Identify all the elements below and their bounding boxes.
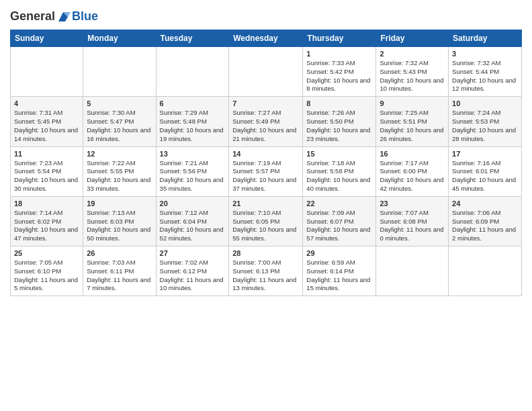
day-number: 24 [452, 199, 518, 208]
calendar-cell: 13Sunrise: 7:21 AM Sunset: 5:56 PM Dayli… [156, 146, 229, 196]
day-number: 8 [306, 99, 372, 107]
calendar-cell [83, 47, 156, 97]
day-content: Sunrise: 7:10 AM Sunset: 6:05 PM Dayligh… [232, 209, 299, 243]
day-content: Sunrise: 7:32 AM Sunset: 5:44 PM Dayligh… [452, 59, 518, 93]
page: General Blue SundayMondayTuesdayWednesda… [0, 0, 532, 411]
calendar-cell: 14Sunrise: 7:19 AM Sunset: 5:57 PM Dayli… [229, 146, 303, 196]
calendar-week-row: 18Sunrise: 7:14 AM Sunset: 6:02 PM Dayli… [11, 196, 522, 246]
calendar-week-row: 25Sunrise: 7:05 AM Sunset: 6:10 PM Dayli… [11, 246, 522, 296]
calendar-cell: 28Sunrise: 7:00 AM Sunset: 6:13 PM Dayli… [229, 246, 303, 296]
day-number: 4 [14, 99, 79, 107]
day-number: 19 [87, 199, 152, 208]
calendar-cell: 24Sunrise: 7:06 AM Sunset: 6:09 PM Dayli… [449, 196, 522, 246]
day-content: Sunrise: 7:12 AM Sunset: 6:04 PM Dayligh… [160, 209, 226, 243]
day-number: 29 [306, 249, 372, 257]
day-number: 26 [87, 249, 152, 257]
weekday-header-sunday: Sunday [11, 30, 83, 47]
day-content: Sunrise: 7:26 AM Sunset: 5:50 PM Dayligh… [306, 109, 372, 143]
weekday-header-monday: Monday [83, 30, 156, 47]
day-number: 12 [87, 150, 152, 158]
day-number: 10 [452, 99, 518, 107]
day-content: Sunrise: 7:16 AM Sunset: 6:01 PM Dayligh… [452, 159, 518, 193]
day-number: 9 [380, 99, 445, 107]
calendar-cell: 9Sunrise: 7:25 AM Sunset: 5:51 PM Daylig… [376, 97, 449, 146]
day-number: 2 [380, 50, 445, 58]
day-number: 5 [87, 99, 152, 107]
calendar-cell: 2Sunrise: 7:32 AM Sunset: 5:43 PM Daylig… [376, 47, 449, 97]
calendar-cell: 20Sunrise: 7:12 AM Sunset: 6:04 PM Dayli… [156, 196, 229, 246]
logo: General Blue [10, 9, 98, 24]
day-number: 25 [14, 249, 79, 257]
day-content: Sunrise: 7:19 AM Sunset: 5:57 PM Dayligh… [232, 159, 299, 193]
calendar-cell: 16Sunrise: 7:17 AM Sunset: 6:00 PM Dayli… [376, 146, 449, 196]
calendar-week-row: 1Sunrise: 7:33 AM Sunset: 5:42 PM Daylig… [11, 47, 522, 97]
day-content: Sunrise: 7:02 AM Sunset: 6:12 PM Dayligh… [160, 259, 226, 293]
day-content: Sunrise: 7:14 AM Sunset: 6:02 PM Dayligh… [14, 209, 79, 243]
calendar-cell: 3Sunrise: 7:32 AM Sunset: 5:44 PM Daylig… [449, 47, 522, 97]
calendar-cell [156, 47, 229, 97]
day-content: Sunrise: 7:31 AM Sunset: 5:45 PM Dayligh… [14, 109, 79, 143]
calendar-cell: 22Sunrise: 7:09 AM Sunset: 6:07 PM Dayli… [303, 196, 376, 246]
weekday-header-wednesday: Wednesday [229, 30, 303, 47]
day-content: Sunrise: 7:22 AM Sunset: 5:55 PM Dayligh… [87, 159, 152, 193]
calendar-cell [11, 47, 83, 97]
day-number: 28 [232, 249, 299, 257]
day-number: 1 [306, 50, 372, 58]
day-number: 14 [232, 150, 299, 158]
day-number: 13 [160, 150, 226, 158]
weekday-header-thursday: Thursday [303, 30, 376, 47]
day-content: Sunrise: 7:13 AM Sunset: 6:03 PM Dayligh… [87, 209, 152, 243]
day-number: 27 [160, 249, 226, 257]
calendar-cell: 19Sunrise: 7:13 AM Sunset: 6:03 PM Dayli… [83, 196, 156, 246]
calendar-cell: 17Sunrise: 7:16 AM Sunset: 6:01 PM Dayli… [449, 146, 522, 196]
day-number: 17 [452, 150, 518, 158]
calendar-cell: 8Sunrise: 7:26 AM Sunset: 5:50 PM Daylig… [303, 97, 376, 146]
day-content: Sunrise: 7:32 AM Sunset: 5:43 PM Dayligh… [380, 59, 445, 93]
calendar-cell: 12Sunrise: 7:22 AM Sunset: 5:55 PM Dayli… [83, 146, 156, 196]
day-number: 23 [380, 199, 445, 208]
calendar-cell: 5Sunrise: 7:30 AM Sunset: 5:47 PM Daylig… [83, 97, 156, 146]
calendar-cell: 7Sunrise: 7:27 AM Sunset: 5:49 PM Daylig… [229, 97, 303, 146]
day-number: 11 [14, 150, 79, 158]
calendar-cell: 15Sunrise: 7:18 AM Sunset: 5:58 PM Dayli… [303, 146, 376, 196]
calendar-cell [376, 246, 449, 296]
weekday-header-tuesday: Tuesday [156, 30, 229, 47]
day-content: Sunrise: 7:33 AM Sunset: 5:42 PM Dayligh… [306, 59, 372, 93]
day-content: Sunrise: 7:23 AM Sunset: 5:54 PM Dayligh… [14, 159, 79, 193]
day-number: 3 [452, 50, 518, 58]
calendar-cell: 27Sunrise: 7:02 AM Sunset: 6:12 PM Dayli… [156, 246, 229, 296]
calendar-week-row: 4Sunrise: 7:31 AM Sunset: 5:45 PM Daylig… [11, 97, 522, 146]
calendar-cell: 10Sunrise: 7:24 AM Sunset: 5:53 PM Dayli… [449, 97, 522, 146]
day-number: 16 [380, 150, 445, 158]
calendar-cell: 29Sunrise: 6:59 AM Sunset: 6:14 PM Dayli… [303, 246, 376, 296]
day-content: Sunrise: 7:24 AM Sunset: 5:53 PM Dayligh… [452, 109, 518, 143]
day-number: 6 [160, 99, 226, 107]
calendar-cell [229, 47, 303, 97]
day-content: Sunrise: 7:25 AM Sunset: 5:51 PM Dayligh… [380, 109, 445, 143]
day-number: 21 [232, 199, 299, 208]
day-content: Sunrise: 7:03 AM Sunset: 6:11 PM Dayligh… [87, 259, 152, 293]
calendar-cell: 6Sunrise: 7:29 AM Sunset: 5:48 PM Daylig… [156, 97, 229, 146]
day-content: Sunrise: 6:59 AM Sunset: 6:14 PM Dayligh… [306, 259, 372, 293]
day-content: Sunrise: 7:07 AM Sunset: 6:08 PM Dayligh… [380, 209, 445, 243]
day-content: Sunrise: 7:05 AM Sunset: 6:10 PM Dayligh… [14, 259, 79, 293]
logo-text: General Blue [10, 9, 98, 24]
calendar-cell: 4Sunrise: 7:31 AM Sunset: 5:45 PM Daylig… [11, 97, 83, 146]
calendar-cell: 1Sunrise: 7:33 AM Sunset: 5:42 PM Daylig… [303, 47, 376, 97]
weekday-header-saturday: Saturday [449, 30, 522, 47]
day-content: Sunrise: 7:29 AM Sunset: 5:48 PM Dayligh… [160, 109, 226, 143]
day-content: Sunrise: 7:17 AM Sunset: 6:00 PM Dayligh… [380, 159, 445, 193]
day-content: Sunrise: 7:09 AM Sunset: 6:07 PM Dayligh… [306, 209, 372, 243]
weekday-header-friday: Friday [376, 30, 449, 47]
weekday-header-row: SundayMondayTuesdayWednesdayThursdayFrid… [11, 30, 522, 47]
day-content: Sunrise: 7:27 AM Sunset: 5:49 PM Dayligh… [232, 109, 299, 143]
day-number: 20 [160, 199, 226, 208]
day-content: Sunrise: 7:30 AM Sunset: 5:47 PM Dayligh… [87, 109, 152, 143]
day-number: 22 [306, 199, 372, 208]
day-content: Sunrise: 7:00 AM Sunset: 6:13 PM Dayligh… [232, 259, 299, 293]
calendar-cell [449, 246, 522, 296]
calendar-week-row: 11Sunrise: 7:23 AM Sunset: 5:54 PM Dayli… [11, 146, 522, 196]
calendar-cell: 26Sunrise: 7:03 AM Sunset: 6:11 PM Dayli… [83, 246, 156, 296]
calendar-cell: 18Sunrise: 7:14 AM Sunset: 6:02 PM Dayli… [11, 196, 83, 246]
calendar-cell: 21Sunrise: 7:10 AM Sunset: 6:05 PM Dayli… [229, 196, 303, 246]
